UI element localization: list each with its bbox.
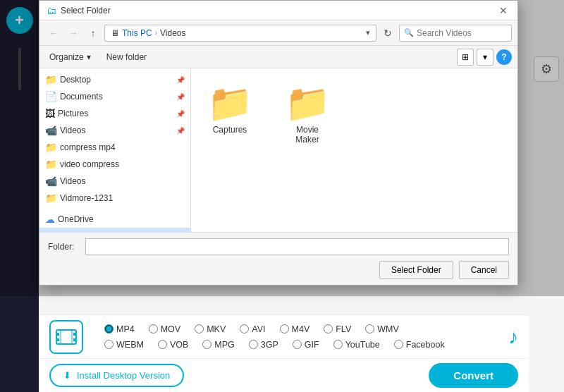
m4v-label: M4V [292, 324, 310, 334]
select-folder-dialog: 🗂 Select Folder ✕ ← → ↑ 🖥 This PC › Vide… [39, 0, 518, 286]
radio-gif[interactable]: GIF [293, 340, 319, 350]
search-icon: 🔍 [404, 28, 414, 37]
dialog-body: 📁 Desktop 📌 📄 Documents 📌 🖼 Pictures 📌 📹… [39, 68, 517, 232]
folder-path-row: Folder: [48, 238, 509, 255]
video-compress-icon: 📁 [45, 159, 57, 170]
search-input[interactable] [417, 28, 507, 38]
gif-label: GIF [305, 340, 319, 350]
radio-3gp[interactable]: 3GP [249, 340, 278, 350]
sidebar-item-onedrive[interactable]: ☁ OneDrive [39, 211, 190, 228]
mkv-label: MKV [207, 324, 226, 334]
documents-label: Documents [60, 92, 103, 102]
folder-movie-maker[interactable]: 📁 Movie Maker [279, 79, 336, 150]
radio-facebook[interactable]: Facebook [394, 340, 445, 350]
help-button[interactable]: ? [496, 49, 512, 65]
compress-mp4-icon: 📁 [45, 142, 57, 153]
new-folder-button[interactable]: New folder [102, 51, 151, 63]
back-button[interactable]: ← [45, 25, 62, 42]
onedrive-icon: ☁ [45, 214, 55, 225]
sidebar-item-video-compress[interactable]: 📁 video compress [39, 156, 190, 173]
flv-label: FLV [336, 324, 351, 334]
search-box: 🔍 [399, 25, 512, 42]
cancel-button[interactable]: Cancel [459, 261, 509, 279]
videos-label: Videos [60, 125, 85, 135]
file-panel: 📁 Captures 📁 Movie Maker [191, 68, 517, 232]
desktop-pin: 📌 [176, 76, 185, 84]
radio-webm[interactable]: WEBM [104, 340, 144, 350]
radio-mp4[interactable]: MP4 [104, 324, 135, 334]
refresh-button[interactable]: ↻ [379, 25, 396, 42]
mpg-label: MPG [214, 340, 234, 350]
bottom-actions: ⬇ Install Desktop Version Convert [39, 358, 529, 392]
download-icon: ⬇ [63, 370, 71, 381]
pictures-pin: 📌 [176, 110, 185, 118]
radio-mkv[interactable]: MKV [195, 324, 226, 334]
new-folder-label: New folder [106, 52, 147, 62]
mp4-label: MP4 [116, 324, 135, 334]
sidebar-item-videos2[interactable]: 📹 Videos [39, 173, 190, 190]
vidmore-icon: 📁 [45, 192, 57, 204]
breadcrumb-bar: 🖥 This PC › Videos ▾ [104, 25, 376, 42]
radio-mpg[interactable]: MPG [202, 340, 234, 350]
webm-label: WEBM [116, 340, 144, 350]
radio-m4v[interactable]: M4V [280, 324, 310, 334]
dialog-title-left: 🗂 Select Folder [47, 5, 111, 16]
radio-flv[interactable]: FLV [324, 324, 351, 334]
radio-vob[interactable]: VOB [158, 340, 188, 350]
pictures-label: Pictures [58, 109, 88, 118]
up-button[interactable]: ↑ [85, 25, 102, 42]
convert-button[interactable]: Convert [429, 363, 518, 388]
videos-icon: 📹 [45, 125, 57, 136]
radio-row-2: WEBM VOB MPG 3GP GIF YouTube [104, 340, 494, 350]
svg-rect-1 [56, 333, 59, 336]
install-button[interactable]: ⬇ Install Desktop Version [49, 364, 184, 387]
view-icon-button[interactable]: ⊞ [457, 49, 474, 66]
mov-label: MOV [161, 324, 180, 334]
breadcrumb-icon: 🖥 [111, 28, 119, 38]
youtube-label: YouTube [345, 340, 380, 350]
dialog-titlebar: 🗂 Select Folder ✕ [39, 1, 517, 20]
sidebar-item-pictures[interactable]: 🖼 Pictures 📌 [39, 105, 190, 122]
radio-avi[interactable]: AVI [240, 324, 265, 334]
folder-captures[interactable]: 📁 Captures [202, 79, 258, 140]
sidebar-item-documents[interactable]: 📄 Documents 📌 [39, 88, 190, 105]
forward-button[interactable]: → [65, 25, 82, 42]
toolbar-right: ⊞ ▾ ? [457, 49, 512, 66]
facebook-label: Facebook [406, 340, 445, 350]
tree-panel: 📁 Desktop 📌 📄 Documents 📌 🖼 Pictures 📌 📹… [39, 68, 191, 232]
wmv-label: WMV [377, 324, 399, 334]
radio-options: MP4 MOV MKV AVI M4V FLV [104, 324, 494, 350]
movie-maker-label: Movie Maker [285, 125, 330, 145]
dialog-title-text: Select Folder [61, 6, 111, 16]
videos-pin: 📌 [176, 127, 185, 135]
video-compress-label: video compress [60, 159, 119, 169]
sidebar-item-vidmore[interactable]: 📁 Vidmore-1231 [39, 190, 190, 207]
format-bar: MP4 MOV MKV AVI M4V FLV [39, 314, 529, 358]
nav-bar: ← → ↑ 🖥 This PC › Videos ▾ ↻ 🔍 [39, 20, 517, 46]
radio-mov[interactable]: MOV [149, 324, 180, 334]
breadcrumb-dropdown[interactable]: ▾ [366, 28, 370, 37]
folder-input[interactable] [85, 238, 509, 255]
select-folder-button[interactable]: Select Folder [379, 261, 453, 279]
avi-label: AVI [252, 324, 265, 334]
view-arrow-button[interactable]: ▾ [477, 49, 494, 66]
captures-folder-icon: 📁 [207, 85, 253, 121]
videos2-label: Videos [60, 176, 85, 186]
organize-button[interactable]: Organize ▾ [45, 51, 95, 63]
captures-label: Captures [213, 125, 247, 135]
organize-label: Organize [49, 52, 84, 62]
toolbar: Organize ▾ New folder ⊞ ▾ ? [39, 46, 517, 68]
dialog-close-button[interactable]: ✕ [496, 4, 510, 18]
onedrive-label: OneDrive [58, 214, 94, 224]
radio-row-1: MP4 MOV MKV AVI M4V FLV [104, 324, 494, 334]
radio-youtube[interactable]: YouTube [333, 340, 380, 350]
breadcrumb-computer[interactable]: This PC [122, 28, 152, 38]
breadcrumb-separator: › [155, 29, 157, 37]
sidebar-item-desktop[interactable]: 📁 Desktop 📌 [39, 71, 190, 88]
film-icon [49, 320, 83, 354]
radio-wmv[interactable]: WMV [365, 324, 399, 334]
sidebar-item-compress-mp4[interactable]: 📁 compress mp4 [39, 139, 190, 156]
breadcrumb-current: Videos [160, 28, 185, 38]
vob-label: VOB [170, 340, 188, 350]
sidebar-item-videos[interactable]: 📹 Videos 📌 [39, 122, 190, 139]
